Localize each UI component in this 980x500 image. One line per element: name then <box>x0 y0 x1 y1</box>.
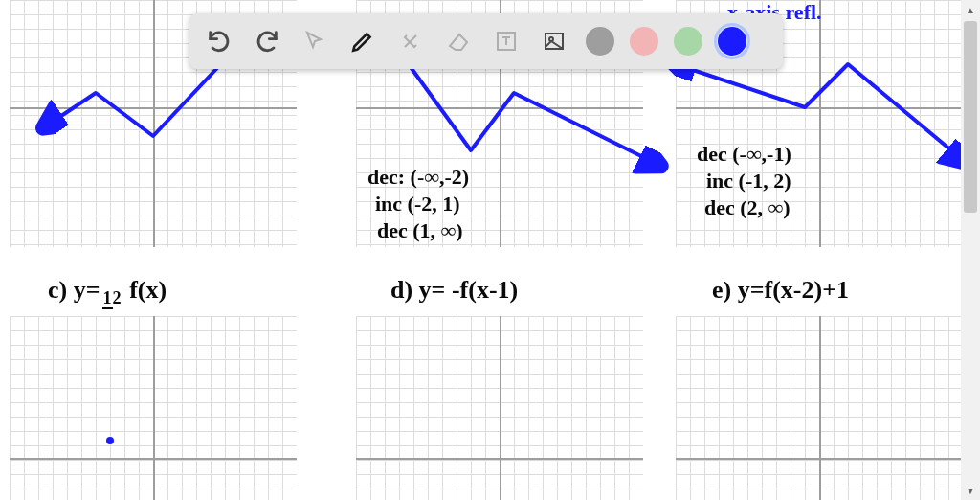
grid-bottom-right <box>676 316 961 500</box>
scroll-up-button[interactable]: ▲ <box>961 0 980 19</box>
tools-icon[interactable] <box>394 25 427 57</box>
scroll-thumb[interactable] <box>964 21 977 213</box>
eraser-tool-icon[interactable] <box>442 25 475 57</box>
redo-button[interactable] <box>251 25 283 57</box>
note-center-1: dec: (-∞,-2) <box>368 165 469 190</box>
label-problem-c: c) y=12 f(x) <box>48 276 167 307</box>
color-swatch-grey[interactable] <box>586 27 614 56</box>
text-tool-icon[interactable] <box>490 25 523 57</box>
grid-bottom-center <box>356 316 643 500</box>
drawing-toolbar <box>189 13 783 69</box>
note-center-2: inc (-2, 1) <box>375 192 460 216</box>
label-problem-d: d) y= -f(x-1) <box>390 276 518 305</box>
label-c-prefix: c) y= <box>48 276 100 304</box>
grid-bottom-left <box>10 316 297 500</box>
vertical-scrollbar: ▲ ▼ <box>961 0 980 500</box>
note-center-3: dec (1, ∞) <box>377 218 463 243</box>
pointer-tool-icon[interactable] <box>299 25 331 57</box>
note-right-3: dec (2, ∞) <box>704 195 791 220</box>
note-right-2: inc (-1, 2) <box>706 169 791 193</box>
label-c-den: 2 <box>113 288 122 307</box>
label-problem-e: e) y=f(x-2)+1 <box>712 276 849 305</box>
label-c-num: 1 <box>102 288 113 309</box>
whiteboard-canvas[interactable]: x-axis refl. dec: (-∞,-2) inc (-2, 1) de… <box>0 0 961 500</box>
scroll-down-button[interactable]: ▼ <box>961 481 980 500</box>
label-c-suffix: f(x) <box>123 276 167 304</box>
color-swatch-pink[interactable] <box>630 27 658 56</box>
note-right-1: dec (-∞,-1) <box>697 142 791 167</box>
image-tool-icon[interactable] <box>538 25 570 57</box>
color-swatch-blue[interactable] <box>718 27 746 56</box>
undo-button[interactable] <box>203 25 235 57</box>
pen-tool-icon[interactable] <box>346 25 379 57</box>
color-swatch-green[interactable] <box>674 27 702 56</box>
